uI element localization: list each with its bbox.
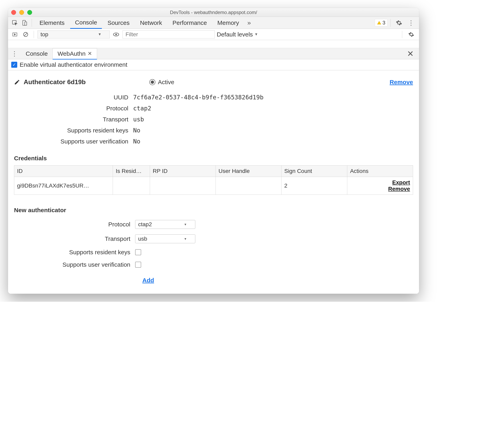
tab-memory[interactable]: Memory — [212, 17, 244, 29]
cell-id: gi9DBsn77iLAXdK7es5UR… — [14, 177, 113, 195]
drawer-menu-icon[interactable]: ⋮ — [10, 50, 21, 57]
chevron-down-icon: ▼ — [98, 32, 101, 36]
console-toolbar: top ▼ Default levels ▼ — [8, 29, 419, 40]
enable-label: Enable virtual authenticator environment — [20, 61, 127, 68]
divider — [32, 19, 32, 27]
svg-rect-2 — [25, 22, 27, 25]
new-transport-select[interactable]: usb ▾ — [135, 234, 195, 243]
chevron-down-icon: ▼ — [254, 32, 258, 36]
drawer-tab-console[interactable]: Console — [21, 48, 53, 59]
more-options-icon[interactable]: ⋮ — [405, 19, 417, 27]
col-user-handle[interactable]: User Handle — [216, 165, 281, 177]
main-tabbar: Elements Console Sources Network Perform… — [8, 17, 419, 29]
warnings-badge[interactable]: 3 — [375, 19, 388, 27]
active-radio[interactable] — [149, 79, 155, 85]
toggle-sidebar-icon[interactable] — [10, 30, 19, 39]
cell-actions: Export Remove — [347, 177, 413, 195]
drawer-tab-label: WebAuthn — [57, 50, 86, 57]
enable-virtual-auth-checkbox[interactable]: ✓ — [11, 62, 17, 68]
authenticator-title: Authenticator 6d19b — [24, 78, 86, 86]
protocol-label: Protocol — [34, 105, 128, 112]
user-verification-value: No — [133, 138, 140, 145]
cell-user-handle — [216, 177, 281, 195]
authenticator-header: Authenticator 6d19b Active Remove — [14, 78, 413, 86]
chevron-down-icon: ▾ — [184, 222, 186, 227]
drawer-gap — [8, 40, 419, 48]
tab-console[interactable]: Console — [70, 17, 102, 29]
webauthn-panel: Authenticator 6d19b Active Remove UUID 7… — [8, 70, 419, 294]
col-sign-count[interactable]: Sign Count — [281, 165, 347, 177]
col-actions[interactable]: Actions — [347, 165, 413, 177]
credentials-heading: Credentials — [14, 155, 413, 162]
new-protocol-value: ctap2 — [138, 221, 152, 227]
remove-authenticator-link[interactable]: Remove — [389, 79, 413, 86]
cell-is-resident — [113, 177, 150, 195]
tab-sources[interactable]: Sources — [103, 17, 134, 29]
drawer-tab-label: Console — [26, 50, 48, 57]
svg-point-6 — [115, 34, 117, 35]
active-radio-group: Active — [149, 79, 174, 86]
drawer-tab-webauthn[interactable]: WebAuthn ✕ — [53, 48, 97, 60]
cell-sign-count: 2 — [281, 177, 347, 195]
close-tab-icon[interactable]: ✕ — [88, 50, 92, 57]
new-protocol-select[interactable]: ctap2 ▾ — [135, 220, 195, 229]
transport-value: usb — [133, 116, 144, 123]
console-settings-icon[interactable] — [406, 31, 417, 37]
new-protocol-label: Protocol — [14, 221, 130, 228]
divider — [402, 31, 402, 38]
tab-elements[interactable]: Elements — [35, 17, 69, 29]
uuid-label: UUID — [34, 94, 128, 101]
remove-credential-link[interactable]: Remove — [350, 186, 410, 192]
export-credential-link[interactable]: Export — [350, 179, 410, 186]
divider — [390, 19, 391, 27]
col-is-resident[interactable]: Is Resid… — [113, 165, 150, 177]
filter-input[interactable] — [122, 30, 215, 38]
warning-count: 3 — [382, 20, 385, 26]
authenticator-properties: UUID 7cf6a7e2-0537-48c4-b9fe-f3653826d19… — [34, 92, 413, 147]
new-transport-value: usb — [138, 236, 147, 242]
tab-network[interactable]: Network — [135, 17, 167, 29]
new-uv-label: Supports user verification — [14, 261, 130, 268]
credentials-table: ID Is Resid… RP ID User Handle Sign Coun… — [14, 165, 413, 195]
new-resident-checkbox[interactable] — [135, 249, 141, 255]
new-transport-label: Transport — [14, 235, 130, 242]
chevron-down-icon: ▾ — [184, 237, 186, 241]
titlebar: DevTools - webauthndemo.appspot.com/ — [8, 8, 419, 17]
protocol-value: ctap2 — [133, 105, 151, 112]
device-toolbar-icon[interactable] — [20, 18, 29, 27]
levels-label: Default levels — [217, 31, 253, 38]
col-rpid[interactable]: RP ID — [150, 165, 216, 177]
table-row: gi9DBsn77iLAXdK7es5UR… 2 Export Remove — [14, 177, 413, 195]
col-id[interactable]: ID — [14, 165, 113, 177]
close-drawer-icon[interactable]: ✕ — [403, 49, 417, 58]
tab-performance[interactable]: Performance — [168, 17, 212, 29]
uuid-value: 7cf6a7e2-0537-48c4-b9fe-f3653826d19b — [133, 94, 263, 101]
resident-keys-label: Supports resident keys — [34, 127, 128, 134]
active-label: Active — [158, 79, 174, 86]
cell-rpid — [150, 177, 216, 195]
context-select[interactable]: top ▼ — [37, 30, 110, 38]
table-header-row: ID Is Resid… RP ID User Handle Sign Coun… — [14, 165, 413, 177]
context-value: top — [41, 31, 48, 38]
add-authenticator-link[interactable]: Add — [142, 277, 154, 284]
transport-label: Transport — [34, 116, 128, 123]
enable-row: ✓ Enable virtual authenticator environme… — [8, 59, 419, 70]
new-authenticator-heading: New authenticator — [14, 207, 413, 214]
log-levels-select[interactable]: Default levels ▼ — [217, 31, 258, 38]
live-expression-icon[interactable] — [112, 30, 120, 39]
resident-keys-value: No — [133, 127, 140, 134]
window-title: DevTools - webauthndemo.appspot.com/ — [8, 10, 419, 15]
devtools-window: DevTools - webauthndemo.appspot.com/ Ele… — [8, 8, 419, 294]
inspect-element-icon[interactable] — [10, 18, 19, 27]
settings-icon[interactable] — [393, 20, 405, 26]
new-resident-label: Supports resident keys — [14, 249, 130, 256]
edit-icon[interactable] — [14, 79, 20, 85]
clear-console-icon[interactable] — [21, 30, 30, 39]
new-authenticator-section: New authenticator Protocol ctap2 ▾ Trans… — [14, 207, 413, 284]
user-verification-label: Supports user verification — [34, 138, 128, 145]
warning-icon — [377, 21, 381, 25]
new-uv-checkbox[interactable] — [135, 262, 141, 268]
more-tabs-icon[interactable]: » — [245, 18, 254, 27]
drawer-tabbar: ⋮ Console WebAuthn ✕ ✕ — [8, 48, 419, 59]
